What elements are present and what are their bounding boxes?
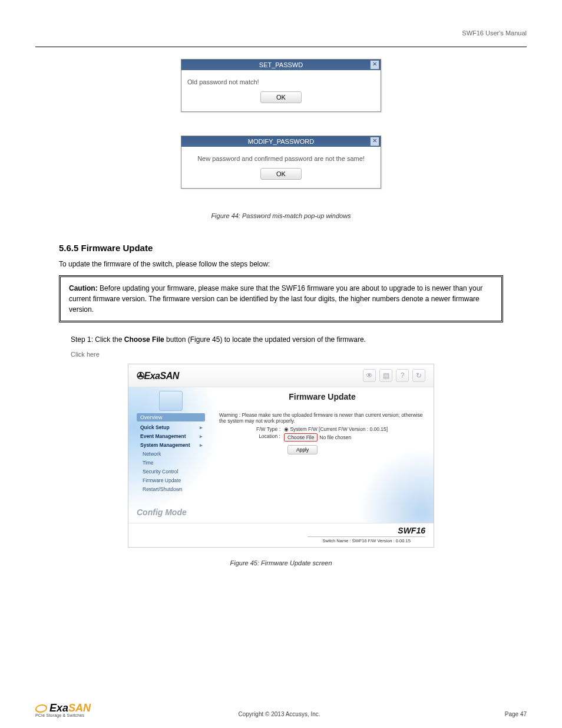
exasan-logo: ✇ExaSAN [137, 370, 179, 381]
sidebar-item-event-management[interactable]: Event Management▸ [137, 432, 205, 440]
fw-type-value: ◉ System F/W [Current F/W Version : 0.00… [284, 426, 425, 432]
dialog-title: SET_PASSWD ✕ [181, 60, 381, 70]
fw-type-label: F/W Type : [219, 426, 284, 432]
doc-title: SWF16 User's Manual [35, 24, 527, 37]
close-icon[interactable]: ✕ [370, 137, 379, 146]
sidebar-item-network[interactable]: Network [137, 450, 205, 458]
sidebar-item-firmware-update[interactable]: Firmware Update [137, 476, 205, 485]
modify-password-dialog: MODIFY_PASSWORD ✕ New password and confi… [181, 136, 381, 189]
status-line: Switch Name : SWF16 F/W Version : 0.00.1… [308, 536, 425, 543]
choose-file-button[interactable]: Choose File [284, 433, 318, 442]
sidebar-item-security-control[interactable]: Security Control [137, 467, 205, 476]
figure-caption-45: Figure 45: Firmware Update screen [35, 559, 527, 566]
step-1: Step 1: Click the Choose File button (Fi… [71, 334, 503, 345]
copyright: Copyright © 2013 Accusys, Inc. [91, 711, 468, 717]
apply-button[interactable]: Apply [287, 445, 318, 454]
sidebar-item-time[interactable]: Time [137, 459, 205, 467]
click-here-annotation: Click here [71, 351, 527, 358]
overview-icon [159, 391, 183, 411]
dialog-title-text: SET_PASSWD [259, 61, 303, 68]
close-icon[interactable]: ✕ [370, 60, 379, 70]
caution-text: Before updating your firmware, please ma… [69, 284, 482, 314]
eye-icon[interactable]: 👁 [363, 369, 376, 382]
section-heading: 5.6.5 Firmware Update [59, 243, 527, 253]
config-mode-label: Config Mode [137, 508, 187, 517]
location-label: Location : [219, 433, 284, 442]
dialog-title: MODIFY_PASSWORD ✕ [181, 136, 381, 147]
ok-button[interactable]: OK [260, 91, 302, 103]
chevron-right-icon: ▸ [200, 442, 203, 448]
page-number: Page 47 [468, 711, 527, 717]
page-title: Firmware Update [219, 392, 425, 401]
sidebar: Overview Quick Setup▸ Event Management▸ … [128, 387, 211, 523]
sidebar-overview[interactable]: Overview [137, 413, 205, 421]
page-icon[interactable]: ▤ [379, 369, 392, 382]
dialog-message: New password and confirmed password are … [181, 147, 381, 188]
figure-caption-44: Figure 44: Password mis-match pop-up win… [35, 212, 527, 219]
exasan-footer-logo: ExaSAN PCIe Storage & Switches [35, 702, 91, 717]
refresh-icon[interactable]: ↻ [412, 369, 425, 382]
dialog-title-text: MODIFY_PASSWORD [248, 138, 314, 145]
sidebar-item-quick-setup[interactable]: Quick Setup▸ [137, 423, 205, 431]
warning-text: Warning : Please make sure the uploaded … [219, 412, 425, 424]
footer-tagline: PCIe Storage & Switches [35, 713, 91, 717]
firmware-update-screenshot: ✇ExaSAN 👁 ▤ ? ↻ Overview Quick Setup▸ Ev… [128, 364, 434, 548]
chevron-right-icon: ▸ [200, 433, 203, 439]
no-file-chosen: No file chosen [319, 434, 351, 440]
caution-box: Caution: Before updating your firmware, … [59, 275, 503, 322]
section-intro: To update the firmware of the switch, pl… [59, 259, 503, 269]
dialog-message: Old password not match! OK [181, 70, 381, 111]
ok-button[interactable]: OK [260, 168, 302, 180]
set-passwd-dialog: SET_PASSWD ✕ Old password not match! OK [181, 59, 381, 112]
sidebar-item-restart-shutdown[interactable]: Restart/Shutdown [137, 485, 205, 493]
caution-label: Caution: [69, 284, 98, 292]
model-label: SWF16 [137, 526, 425, 535]
chevron-right-icon: ▸ [200, 424, 203, 430]
sidebar-item-system-management[interactable]: System Management▸ [137, 441, 205, 449]
help-icon[interactable]: ? [396, 369, 409, 382]
